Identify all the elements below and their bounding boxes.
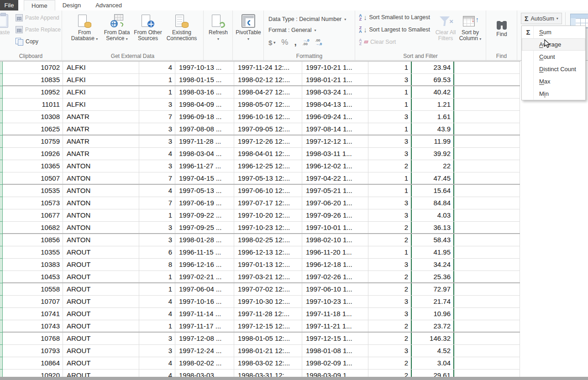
menu-item-min[interactable]: Min [522,88,585,100]
cell-add_column[interactable] [454,308,520,320]
tab-file[interactable]: File [0,0,18,10]
cell-order_date[interactable]: 1997-12-08 ... [175,333,234,344]
cell-employee[interactable]: 3 [139,99,175,110]
cell-employee[interactable]: 6 [139,246,175,258]
cell-shipped_date[interactable]: 1996-12-02 1... [302,160,368,172]
cell-shipped_date[interactable]: 1998-03-09 1... [302,370,368,377]
cell-ship_via[interactable]: 1 [368,246,411,258]
cell-add_column[interactable] [454,62,520,73]
decrease-decimal-button[interactable]: .00 →.0 [315,39,322,46]
cell-ship_via[interactable]: 2 [368,160,411,172]
cell-employee[interactable]: 4 [139,62,175,73]
menu-item-count[interactable]: Count [522,51,585,63]
cell-required_date[interactable]: 1998-02-12 12:... [234,74,302,85]
cell-customer[interactable]: AROUT [63,370,139,377]
cell-shipped_date[interactable]: 1997-12-12 1... [302,135,368,147]
cell-add_column[interactable] [454,296,520,307]
cell-required_date[interactable]: 1996-12-25 12:... [234,160,302,172]
cell-order_date[interactable]: 1998-04-09 ... [175,99,234,110]
cell-order_id[interactable]: 10952 [3,86,63,98]
cell-add_column[interactable] [454,74,520,85]
from-data-service-button[interactable]: From Data Service ▾ [101,12,133,42]
cell-order_date[interactable]: 1998-03-16 ... [175,86,234,98]
cell-employee[interactable]: 3 [139,123,175,135]
cell-customer[interactable]: AROUT [63,259,139,271]
cell-order_id[interactable]: 11011 [3,99,63,110]
cell-order_id[interactable]: 10926 [3,148,63,160]
cell-add_column[interactable] [454,185,520,197]
cell-customer[interactable]: ALFKI [63,99,139,110]
cell-order_date[interactable]: 1997-06-04 ... [175,283,234,295]
clear-sort-button[interactable]: AZ Clear Sort [358,37,430,47]
cell-shipped_date[interactable]: 1997-02-26 1... [302,271,368,282]
cell-required_date[interactable]: 1997-10-30 12:... [234,296,302,307]
cell-required_date[interactable]: 1997-10-20 12:... [234,209,302,221]
cell-order_id[interactable]: 10759 [3,135,63,147]
cell-shipped_date[interactable]: 1997-08-14 1... [302,123,368,135]
cell-add_column[interactable] [454,160,520,172]
cell-employee[interactable]: 3 [139,234,175,246]
paste-replace-button[interactable]: Paste Replace [16,26,61,34]
cell-freight[interactable]: 11.99 [411,135,454,147]
cell-order_date[interactable]: 1997-11-28 ... [175,135,234,147]
cell-employee[interactable]: 3 [139,345,175,357]
cell-freight[interactable]: 4.52 [411,345,454,357]
cell-required_date[interactable]: 1997-07-02 12:... [234,283,302,295]
cell-freight[interactable]: 10.96 [411,308,454,320]
cell-order_id[interactable]: 10741 [3,308,63,320]
cell-shipped_date[interactable]: 1997-11-18 1... [302,308,368,320]
cell-order_date[interactable]: 1997-10-16 ... [175,296,234,307]
currency-format-button[interactable]: $ ▾ [268,39,275,47]
cell-required_date[interactable]: 1997-06-10 12:... [234,185,302,197]
cell-customer[interactable]: AROUT [63,333,139,344]
cell-employee[interactable]: 7 [139,197,175,209]
cell-ship_via[interactable]: 1 [368,172,411,184]
menu-item-average[interactable]: Average [522,38,585,51]
cell-add_column[interactable] [454,209,520,221]
cell-customer[interactable]: ANTON [63,160,139,172]
cell-shipped_date[interactable]: 1996-12-18 1... [302,259,368,271]
row-selector-strip[interactable] [0,62,3,377]
cell-add_column[interactable] [454,333,520,344]
cell-freight[interactable]: 58.43 [411,234,454,246]
cell-customer[interactable]: ANTON [63,209,139,221]
cell-required_date[interactable]: 1997-10-23 12:... [234,222,302,233]
cell-ship_via[interactable]: 2 [368,357,411,369]
cell-customer[interactable]: AROUT [63,296,139,307]
increase-decimal-button[interactable]: →.0 .00 [303,39,310,46]
existing-connections-button[interactable]: Existing Connections [166,12,198,42]
cell-employee[interactable]: 3 [139,135,175,147]
cell-shipped_date[interactable]: 1998-01-21 1... [302,74,368,85]
cell-add_column[interactable] [454,111,520,123]
cell-customer[interactable]: AROUT [63,283,139,295]
cell-shipped_date[interactable]: 1997-06-20 1... [302,197,368,209]
cell-ship_via[interactable]: 2 [368,370,411,377]
tab-design[interactable]: Design [55,0,88,10]
cell-employee[interactable]: 4 [139,296,175,307]
cell-order_date[interactable]: 1997-10-13 ... [175,62,234,73]
cell-ship_via[interactable]: 1 [368,185,411,197]
cell-order_date[interactable]: 1997-05-13 ... [175,185,234,197]
cell-order_date[interactable]: 1997-09-22 ... [175,209,234,221]
cell-required_date[interactable]: 1997-11-24 12:... [234,62,302,73]
cell-order_date[interactable]: 1996-11-15 ... [175,246,234,258]
cell-ship_via[interactable]: 3 [368,74,411,85]
cell-customer[interactable]: ANATR [63,148,139,160]
cell-shipped_date[interactable]: 1997-10-21 1... [302,62,368,73]
cell-add_column[interactable] [454,259,520,271]
cell-freight[interactable]: 29.61 [411,370,454,377]
cell-customer[interactable]: ALFKI [63,74,139,85]
cell-order_date[interactable]: 1996-11-27 ... [175,160,234,172]
cell-order_id[interactable]: 10625 [3,123,63,135]
cell-order_date[interactable]: 1998-03-03 ... [175,370,234,377]
cell-employee[interactable]: 8 [139,259,175,271]
refresh-button[interactable]: Refresh▾ [202,12,234,42]
thousands-separator-button[interactable]: , [294,40,296,45]
cell-required_date[interactable]: 1998-05-07 12:... [234,99,302,110]
cell-add_column[interactable] [454,246,520,258]
cell-order_date[interactable]: 1998-01-28 ... [175,234,234,246]
cell-order_date[interactable]: 1996-12-16 ... [175,259,234,271]
cell-add_column[interactable] [454,370,520,377]
cell-order_id[interactable]: 10920 [3,370,63,377]
cell-ship_via[interactable]: 1 [368,62,411,73]
